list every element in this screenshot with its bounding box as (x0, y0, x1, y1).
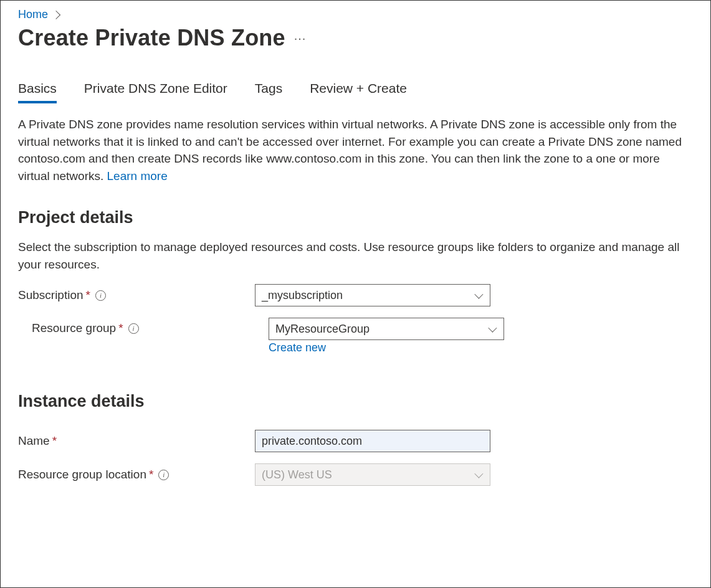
subscription-select[interactable]: _mysubscription (255, 284, 490, 306)
name-input[interactable]: private.contoso.com (255, 430, 490, 452)
project-details-heading: Project details (18, 208, 693, 227)
resource-group-value: MyResourceGroup (275, 323, 370, 336)
learn-more-link[interactable]: Learn more (107, 169, 168, 183)
create-new-resource-group-link[interactable]: Create new (269, 341, 504, 354)
info-icon[interactable]: i (128, 323, 139, 334)
name-value: private.contoso.com (262, 435, 362, 448)
required-indicator: * (52, 434, 57, 448)
intro-text: A Private DNS zone provides name resolut… (18, 116, 688, 184)
page-title: Create Private DNS Zone (18, 25, 285, 51)
name-label-text: Name (18, 434, 50, 448)
resource-group-location-value: (US) West US (262, 468, 332, 481)
breadcrumb-home-link[interactable]: Home (18, 8, 48, 21)
subscription-value: _mysubscription (262, 289, 343, 302)
tab-review-create[interactable]: Review + Create (310, 78, 407, 103)
subscription-label: Subscription * i (18, 288, 255, 302)
instance-details-heading: Instance details (18, 392, 693, 411)
tab-bar: Basics Private DNS Zone Editor Tags Revi… (18, 78, 693, 103)
tab-basics[interactable]: Basics (18, 78, 57, 103)
chevron-down-icon (474, 290, 483, 299)
project-details-description: Select the subscription to manage deploy… (18, 239, 688, 273)
tab-private-dns-zone-editor[interactable]: Private DNS Zone Editor (84, 78, 227, 103)
name-label: Name * (18, 434, 255, 448)
more-actions-button[interactable]: ··· (294, 31, 307, 45)
info-icon[interactable]: i (158, 470, 169, 480)
required-indicator: * (118, 321, 123, 335)
subscription-label-text: Subscription (18, 288, 84, 302)
chevron-down-icon (474, 470, 483, 478)
resource-group-label: Resource group * i (32, 318, 269, 335)
breadcrumb: Home (18, 8, 693, 21)
chevron-right-icon (52, 10, 60, 19)
resource-group-location-select: (US) West US (255, 463, 490, 486)
chevron-down-icon (488, 324, 497, 333)
info-icon[interactable]: i (95, 290, 106, 301)
resource-group-location-label-text: Resource group location (18, 468, 146, 481)
resource-group-select[interactable]: MyResourceGroup (269, 318, 504, 340)
required-indicator: * (149, 468, 153, 481)
resource-group-label-text: Resource group (32, 321, 116, 335)
required-indicator: * (86, 288, 90, 302)
resource-group-location-label: Resource group location * i (18, 468, 255, 481)
tab-tags[interactable]: Tags (255, 78, 282, 103)
